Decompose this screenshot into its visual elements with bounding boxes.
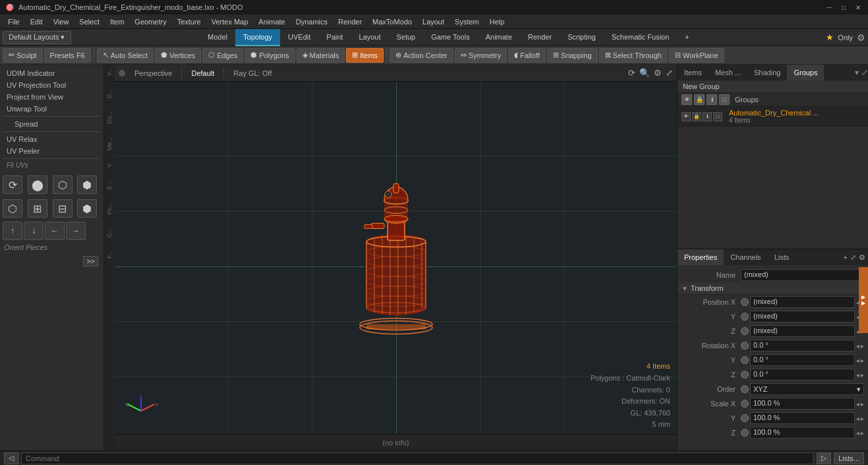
scale-x-circle[interactable]: [741, 400, 749, 408]
pos-z-input[interactable]: (mixed): [750, 325, 855, 337]
scale-y-arrow-right[interactable]: ▸: [861, 415, 864, 422]
prop-plus-btn[interactable]: +: [844, 253, 848, 261]
menu-texture[interactable]: Texture: [172, 15, 206, 29]
rot-y-circle[interactable]: [741, 356, 749, 364]
scale-z-arrow-right[interactable]: ▸: [861, 429, 864, 437]
falloff-button[interactable]: ◖ Falloff: [508, 48, 546, 63]
auto-select-button[interactable]: ↖ Auto Select: [97, 48, 154, 63]
tab-layout[interactable]: Layout: [351, 29, 388, 46]
prop-expand-icon[interactable]: ⤢: [850, 253, 856, 262]
tab-setup[interactable]: Setup: [388, 29, 423, 46]
menu-help[interactable]: Help: [484, 15, 510, 29]
snapping-button[interactable]: ⊞ Snapping: [547, 48, 598, 63]
lock-icon[interactable]: 🔒: [694, 94, 705, 105]
symmetry-button[interactable]: ⇔ Symmetry: [455, 48, 507, 63]
icon-btn-6[interactable]: ⊞: [28, 199, 47, 218]
menu-vertex-map[interactable]: Vertex Map: [206, 15, 254, 29]
new-group-bar[interactable]: New Group: [678, 80, 868, 93]
scale-y-arrow-left[interactable]: ◂: [856, 415, 859, 422]
scale-x-arrow-right[interactable]: ▸: [861, 400, 864, 408]
tool-uv-relax[interactable]: UV Relax: [3, 133, 101, 145]
icon-btn-4[interactable]: ⬢: [77, 175, 97, 194]
rot-x-circle[interactable]: [741, 342, 749, 350]
vp-zoom-icon[interactable]: 🔍: [639, 68, 650, 78]
tab-items[interactable]: Items: [678, 65, 709, 80]
menu-file[interactable]: File: [3, 15, 25, 29]
tool-spread[interactable]: Spread: [3, 118, 101, 130]
properties-handle[interactable]: ▶▶: [859, 267, 868, 333]
settings-gear-icon[interactable]: ⚙: [857, 32, 865, 43]
workplane-button[interactable]: ⊟ WorkPlane: [669, 48, 724, 63]
rot-y-arrow-left[interactable]: ◂: [856, 357, 859, 364]
group-item[interactable]: 👁 🔒 ℹ □ Automatic_Dry_Chemical ... 4 Ite…: [678, 107, 868, 127]
menu-geometry[interactable]: Geometry: [129, 15, 171, 29]
vp-rotate-icon[interactable]: ⟳: [628, 68, 635, 78]
tab-paint[interactable]: Paint: [318, 29, 351, 46]
expand-button[interactable]: >>: [83, 256, 98, 266]
item-render-icon[interactable]: □: [713, 112, 722, 121]
menu-layout[interactable]: Layout: [417, 15, 449, 29]
pos-x-input[interactable]: (mixed): [750, 296, 855, 308]
menu-animate[interactable]: Animate: [253, 15, 290, 29]
lists-button[interactable]: Lists...: [834, 452, 864, 464]
action-center-button[interactable]: ⊕ Action Center: [390, 48, 453, 63]
menu-maxtomode[interactable]: MaxToModo: [367, 15, 417, 29]
icon-btn-1[interactable]: ⟳: [3, 175, 22, 194]
icon-btn-3[interactable]: ⬡: [53, 175, 72, 194]
rot-z-arrow-right[interactable]: ▸: [861, 371, 864, 379]
item-lock-icon[interactable]: 🔒: [692, 112, 701, 121]
render-icon[interactable]: □: [719, 94, 730, 105]
maximize-button[interactable]: □: [839, 3, 848, 12]
vp-expand-icon[interactable]: ⤢: [666, 68, 673, 78]
tab-add[interactable]: +: [677, 29, 697, 46]
pos-y-input[interactable]: (mixed): [750, 311, 855, 323]
prop-tab-properties[interactable]: Properties: [678, 249, 724, 265]
polygons-button[interactable]: ⬢ Polygons: [245, 48, 295, 63]
icon-btn-7[interactable]: ⊟: [53, 199, 72, 218]
rot-y-input[interactable]: 0.0 °: [750, 354, 855, 366]
scale-z-circle[interactable]: [741, 429, 749, 437]
rot-x-input[interactable]: 0.0 °: [750, 340, 855, 352]
viewport-canvas[interactable]: 4 Items Polygons : Catmull-Clark Channel…: [115, 82, 677, 450]
tab-mesh[interactable]: Mesh ...: [709, 65, 747, 80]
window-controls[interactable]: ─ □ ✕: [825, 3, 863, 12]
tool-unwrap[interactable]: Unwrap Tool: [3, 103, 101, 115]
chevron-down-icon[interactable]: ▾: [855, 68, 859, 77]
pos-z-circle[interactable]: [741, 327, 749, 335]
run-command-button[interactable]: ▷: [817, 452, 831, 464]
items-button[interactable]: ⊞ Items: [346, 48, 384, 63]
materials-button[interactable]: ◈ Materials: [297, 48, 345, 63]
order-circle[interactable]: [741, 385, 749, 393]
tab-uvedit[interactable]: UVEdit: [280, 29, 318, 46]
info-icon[interactable]: ℹ: [707, 94, 717, 105]
vp-settings-icon[interactable]: ⚙: [654, 68, 662, 78]
menu-render[interactable]: Render: [333, 15, 367, 29]
select-through-button[interactable]: ⊠ Select Through: [599, 48, 668, 63]
tab-animate[interactable]: Animate: [478, 29, 520, 46]
scale-z-input[interactable]: 100.0 %: [750, 427, 855, 439]
tab-scripting[interactable]: Scripting: [560, 29, 604, 46]
icon-btn-8[interactable]: ⬢: [77, 199, 97, 218]
tab-shading[interactable]: Shading: [747, 65, 787, 80]
presets-button[interactable]: Presets F6: [44, 48, 91, 63]
minimize-button[interactable]: ─: [825, 3, 834, 12]
rot-z-input[interactable]: 0.0 °: [750, 369, 855, 381]
pos-y-circle[interactable]: [741, 313, 749, 321]
vp-perspective-btn[interactable]: Perspective: [130, 69, 176, 78]
item-info-icon[interactable]: ℹ: [703, 112, 712, 121]
bottom-left-button[interactable]: ◁: [4, 452, 18, 464]
sculpt-button[interactable]: ✏ Sculpt: [3, 48, 43, 63]
rot-z-arrow-left[interactable]: ◂: [856, 371, 859, 379]
menu-system[interactable]: System: [449, 15, 484, 29]
edges-button[interactable]: ⬡ Edges: [202, 48, 243, 63]
prop-tab-lists[interactable]: Lists: [768, 249, 796, 265]
scale-y-circle[interactable]: [741, 414, 749, 422]
prop-tab-channels[interactable]: Channels: [724, 249, 767, 265]
icon-btn-down[interactable]: ↓: [24, 222, 43, 240]
icon-btn-up[interactable]: ↑: [3, 222, 22, 240]
item-eye-icon[interactable]: 👁: [681, 112, 691, 121]
command-input[interactable]: [21, 452, 814, 464]
close-button[interactable]: ✕: [854, 3, 863, 12]
menu-dynamics[interactable]: Dynamics: [291, 15, 333, 29]
tab-game-tools[interactable]: Game Tools: [423, 29, 478, 46]
